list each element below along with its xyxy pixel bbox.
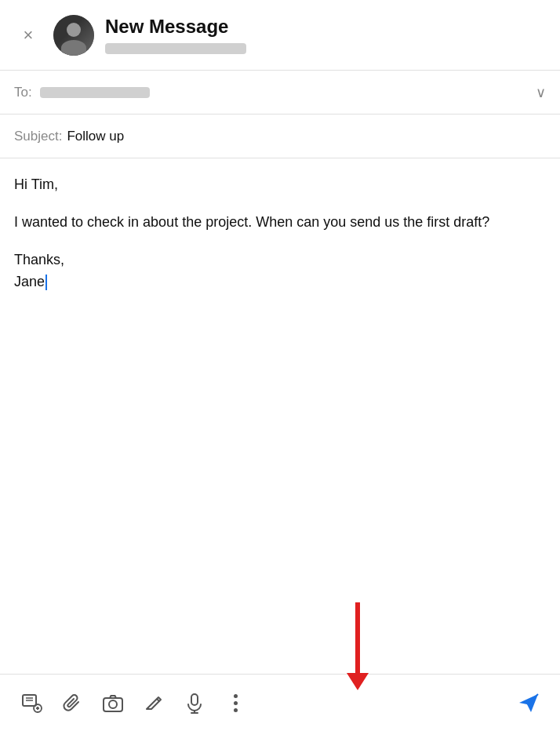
message-body[interactable]: Hi Tim, I wanted to check in about the p… bbox=[0, 158, 560, 674]
draw-button[interactable] bbox=[136, 686, 171, 720]
subject-row[interactable]: Subject: Follow up bbox=[0, 115, 560, 158]
to-label: To: bbox=[14, 85, 32, 100]
send-button[interactable] bbox=[511, 686, 546, 720]
signature-text: Jane bbox=[14, 274, 45, 289]
text-cursor bbox=[45, 275, 47, 290]
close-button[interactable]: × bbox=[14, 21, 42, 49]
mic-button[interactable] bbox=[177, 686, 212, 720]
header-subtitle-blurred bbox=[105, 43, 246, 54]
closing-text: Thanks, bbox=[14, 252, 64, 267]
toolbar bbox=[0, 674, 560, 731]
compose-window: × New Message To: ∨ Subject: Follow up H… bbox=[0, 0, 560, 731]
more-button[interactable] bbox=[218, 686, 253, 720]
compose-icon-button[interactable] bbox=[14, 686, 49, 720]
subject-value: Follow up bbox=[67, 129, 124, 144]
to-recipient-blurred bbox=[40, 87, 150, 98]
compose-header: × New Message bbox=[0, 0, 560, 71]
compose-title: New Message bbox=[105, 16, 546, 38]
body-paragraph: I wanted to check in about the project. … bbox=[14, 212, 546, 234]
avatar bbox=[53, 15, 94, 56]
svg-point-7 bbox=[109, 700, 117, 708]
attach-button[interactable] bbox=[55, 686, 89, 720]
subject-label: Subject: bbox=[14, 129, 62, 144]
svg-rect-9 bbox=[191, 694, 198, 705]
svg-line-8 bbox=[157, 699, 159, 701]
closing-block: Thanks, Jane bbox=[14, 249, 546, 293]
greeting: Hi Tim, bbox=[14, 174, 546, 196]
header-info: New Message bbox=[105, 16, 546, 54]
expand-recipients-button[interactable]: ∨ bbox=[536, 84, 546, 101]
to-row[interactable]: To: ∨ bbox=[0, 71, 560, 115]
more-dots-icon bbox=[234, 694, 238, 712]
camera-button[interactable] bbox=[96, 686, 130, 720]
message-text: Hi Tim, I wanted to check in about the p… bbox=[14, 174, 546, 293]
